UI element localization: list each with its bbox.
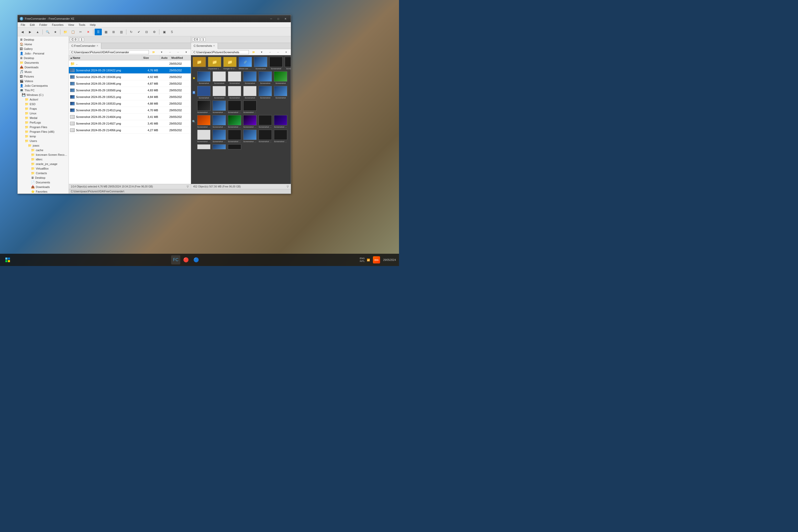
- tree-item-gallery[interactable]: 🖼 Gallery: [18, 46, 69, 51]
- tree-item-users[interactable]: 📁 Users: [18, 139, 69, 143]
- menu-folder[interactable]: Folder: [37, 23, 49, 27]
- right-addr-btn4[interactable]: −: [274, 49, 282, 56]
- tree-item-oracle[interactable]: 📁 oracle_jre_usage: [18, 162, 69, 166]
- tree-item-idlerc[interactable]: 📁 idlerc: [18, 157, 69, 162]
- thumb-item-r4-1[interactable]: Screenshot 2024-05-29: [197, 100, 211, 114]
- tree-item-desktop-root[interactable]: 🖥 Desktop: [18, 37, 69, 42]
- file-item-parent[interactable]: 📁 .. 29/05/202: [69, 60, 191, 67]
- thumb-item-r5-3[interactable]: Screenshot 2024-05-24: [227, 115, 242, 129]
- menu-tools[interactable]: Tools: [77, 23, 88, 27]
- thumb-item-r5-6[interactable]: Screenshot 2024-05-24: [273, 115, 288, 129]
- thumb-item-r2-6[interactable]: Screenshot: [273, 71, 288, 85]
- right-drive-c-button[interactable]: C 0: [192, 38, 200, 41]
- check-button[interactable]: ✔: [135, 28, 142, 35]
- left-addr-btn4[interactable]: −: [174, 49, 182, 56]
- bookmark-button[interactable]: ★: [52, 28, 59, 35]
- thumb-item-r4-3[interactable]: Screenshot 2024-05-28: [227, 100, 242, 114]
- thumb-item-r3-3[interactable]: Screenshot: [227, 86, 242, 99]
- settings-button[interactable]: ⚙: [151, 28, 158, 35]
- thumb-item-r6-1[interactable]: Screenshot 2024-05-24: [197, 129, 211, 143]
- thumb-item-r4-2[interactable]: Screenshot 2024-05-29: [212, 100, 226, 114]
- delete-button[interactable]: ✕: [85, 28, 92, 35]
- drive-c-button[interactable]: C: 0: [70, 38, 78, 41]
- tree-item-music[interactable]: 🎵 Music: [18, 70, 69, 74]
- tree-item-favorites[interactable]: ⭐ Favorites: [18, 189, 69, 194]
- right-addr-btn5[interactable]: ✕: [283, 49, 290, 56]
- tree-item-joaoc[interactable]: 📁 joaoc: [18, 143, 69, 148]
- left-tab-freecommander[interactable]: C:FreeCommander ✕: [69, 43, 101, 49]
- menu-help[interactable]: Help: [88, 23, 98, 27]
- menu-file[interactable]: File: [19, 23, 27, 27]
- tree-item-esd[interactable]: 📁 ESD: [18, 102, 69, 107]
- thumb-item-r3-2[interactable]: Screenshot: [212, 86, 226, 99]
- tree-item-programfiles[interactable]: 📁 Program Files: [18, 125, 69, 129]
- forward-button[interactable]: ▶: [26, 28, 34, 35]
- left-addr-btn2[interactable]: ▼: [158, 49, 165, 56]
- menu-edit[interactable]: Edit: [28, 23, 37, 27]
- extra-button[interactable]: S: [168, 28, 175, 35]
- col-header-size[interactable]: Size: [142, 55, 160, 60]
- thumb-item-r2-5[interactable]: Screenshot: [258, 71, 272, 85]
- maximize-button[interactable]: □: [275, 16, 282, 21]
- thumb-item-r3-5[interactable]: Screenshot: [258, 86, 272, 99]
- layout-button[interactable]: ⊟: [143, 28, 150, 35]
- file-item-2[interactable]: Screenshot 2024-05-29 193446.png 4,87 MB…: [69, 80, 191, 87]
- view-list-button[interactable]: ☰: [95, 28, 102, 35]
- view-large-button[interactable]: ▥: [118, 28, 125, 35]
- tree-item-programfiles86[interactable]: 📁 Program Files (x86): [18, 129, 69, 134]
- thumb-item-r4-4[interactable]: Screenshot 2024-05-24: [243, 100, 257, 114]
- thumb-item-r6-4[interactable]: Screenshot 2024-05-24: [243, 129, 257, 143]
- tree-item-home[interactable]: 🏠 Home: [18, 42, 69, 46]
- thumb-item-myfiles-lnk[interactable]: 🔗 Where are my files.lnk: [238, 56, 252, 70]
- file-item-1[interactable]: Screenshot 2024-05-29 193436.png 4,92 MB…: [69, 74, 191, 80]
- tree-item-contacts[interactable]: 📁 Contacts: [18, 171, 69, 175]
- thumb-item-r2-1[interactable]: Screenshot: [197, 71, 211, 85]
- thumb-item-r5-1[interactable]: Screenshot 2024-05-24: [197, 115, 211, 129]
- file-item-3[interactable]: Screenshot 2024-05-29 193500.png 4,83 MB…: [69, 87, 191, 94]
- tree-item-action[interactable]: 📁 Action!: [18, 97, 69, 102]
- thumb-item-r1-5[interactable]: Screenshot: [269, 56, 283, 70]
- thumb-item-r7-3[interactable]: [227, 144, 242, 150]
- tree-item-thispc[interactable]: 💻 This PC: [18, 88, 69, 93]
- thumb-item-r2-4[interactable]: Screenshot: [243, 71, 257, 85]
- right-address-input[interactable]: [192, 50, 249, 54]
- tree-item-cache[interactable]: 📁 cache: [18, 148, 69, 152]
- tree-item-videos[interactable]: 🎬 Videos: [18, 79, 69, 83]
- cut-button[interactable]: ✂: [77, 28, 84, 35]
- right-drive-1-button[interactable]: 1: [201, 38, 206, 41]
- thumb-item-r2-3[interactable]: Screenshot: [227, 71, 242, 85]
- new-folder-button[interactable]: 📁: [62, 28, 69, 35]
- tree-item-desktop-user[interactable]: 🖥 Desktop: [18, 175, 69, 180]
- file-item-5[interactable]: Screenshot 2024-05-29 193533.png 4,88 MB…: [69, 100, 191, 107]
- left-addr-btn1[interactable]: 📁: [150, 49, 157, 56]
- view-thumb-button[interactable]: ⊞: [110, 28, 117, 35]
- thumb-item-unpacked[interactable]: 📁 Unpacked 1-24: [207, 56, 222, 70]
- right-addr-btn1[interactable]: 📁: [250, 49, 257, 56]
- file-item-7[interactable]: Screenshot 2024-05-29 214604.png 3,41 MB…: [69, 114, 191, 120]
- right-tab-close[interactable]: ✕: [213, 44, 215, 47]
- tree-item-windows-c[interactable]: 💾 Windows (C:): [18, 93, 69, 97]
- thumb-item-r3-4[interactable]: Screenshot: [243, 86, 257, 99]
- back-button[interactable]: ◀: [19, 28, 26, 35]
- tree-item-joao-carrasqueira[interactable]: 👤 João Carrasqueira: [18, 83, 69, 88]
- thumb-item-r6-5[interactable]: Screenshot 2024-05-24: [258, 129, 272, 143]
- col-header-name[interactable]: ▲ Name: [69, 55, 142, 60]
- tree-item-fraps[interactable]: 📁 Fraps: [18, 107, 69, 111]
- file-item-0[interactable]: Screenshot 2024-05-29 193422.png 4,76 MB…: [69, 67, 191, 74]
- tree-item-documents[interactable]: 📁 Documents: [18, 60, 69, 65]
- tree-item-linux[interactable]: 📁 Linux: [18, 111, 69, 116]
- thumb-item-r1-4[interactable]: Screenshot: [253, 56, 268, 70]
- left-addr-btn3[interactable]: →: [166, 49, 173, 56]
- thumb-item-r6-6[interactable]: Screenshot 2024-05-24: [273, 129, 288, 143]
- thumb-item-r5-4[interactable]: Screenshot 2024-05-24: [243, 115, 257, 129]
- menu-favorites[interactable]: Favorites: [50, 23, 65, 27]
- tree-item-medal[interactable]: 📁 Medal: [18, 116, 69, 120]
- start-button[interactable]: [3, 255, 12, 264]
- drive-1-button[interactable]: 1: [79, 38, 84, 41]
- up-button[interactable]: ▲: [34, 28, 41, 35]
- tree-item-joao-personal[interactable]: 👤 João - Personal: [18, 51, 69, 56]
- tree-item-perflogs[interactable]: 📁 PerfLogs: [18, 120, 69, 125]
- thumb-item-r3-6[interactable]: Screenshot: [273, 86, 288, 99]
- terminal-button[interactable]: ▣: [160, 28, 168, 35]
- thumb-item-r7-2[interactable]: [212, 144, 226, 150]
